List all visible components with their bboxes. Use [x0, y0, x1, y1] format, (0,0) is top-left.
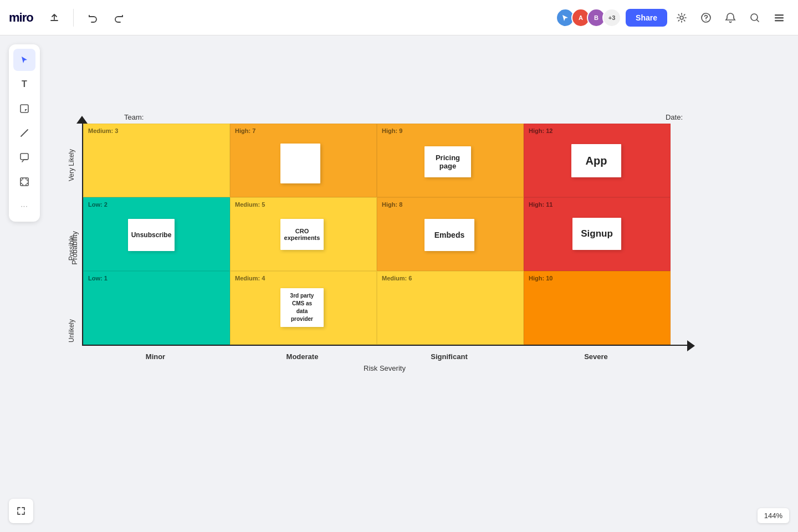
cell-r3c2-label: Medium: 4: [235, 275, 265, 282]
matrix-header: Team: Date:: [66, 113, 687, 121]
cell-r3c2: Medium: 4 3rd partyCMS asdataprovider: [230, 271, 377, 345]
x-label-significant: Significant: [376, 352, 523, 361]
cell-r1c4-label: High: 12: [529, 127, 553, 134]
svg-rect-6: [775, 20, 784, 22]
canvas: Team: Date: Probability Very Likely Poss…: [0, 35, 798, 532]
sticky-pricing-page[interactable]: Pricingpage: [424, 146, 471, 177]
share-button[interactable]: Share: [626, 9, 667, 27]
sticky-note-tool[interactable]: [13, 98, 35, 120]
avatar-more[interactable]: +3: [602, 8, 621, 27]
x-axis-labels: Minor Moderate Significant Severe: [82, 352, 687, 361]
frame-tool[interactable]: [13, 171, 35, 193]
cell-r1c3: High: 9 Pricingpage: [377, 124, 524, 197]
more-tools[interactable]: ···: [13, 195, 35, 217]
sticky-unsubscribe[interactable]: Unsubscribe: [128, 219, 175, 251]
cell-r3c4: High: 10: [524, 271, 671, 345]
sticky-signup[interactable]: Signup: [572, 218, 621, 250]
cell-r2c1: Low: 2 Unsubscribe: [83, 197, 230, 271]
cell-r2c4: High: 11 Signup: [524, 197, 671, 271]
board-list-button[interactable]: [769, 8, 789, 28]
topbar-divider: [73, 9, 74, 27]
cursor-tool[interactable]: [13, 49, 35, 71]
cell-r3c3-label: Medium: 6: [382, 275, 412, 282]
zoom-badge: 144%: [758, 508, 789, 523]
cell-r3c3: Medium: 6: [377, 271, 524, 345]
cell-r3c1-label: Low: 1: [88, 275, 108, 282]
topbar: miro A B +3 Share: [0, 0, 798, 35]
svg-line-8: [21, 130, 28, 136]
cell-r1c4: High: 12 App: [524, 124, 671, 197]
comment-tool[interactable]: [13, 146, 35, 168]
cell-r2c1-label: Low: 2: [88, 201, 108, 208]
sticky-app[interactable]: App: [571, 144, 621, 177]
customize-button[interactable]: [672, 8, 692, 28]
cell-r1c1: Medium: 3: [83, 124, 230, 197]
upload-button[interactable]: [44, 8, 64, 28]
cell-r1c2-label: High: 7: [235, 127, 255, 134]
sticky-embeds[interactable]: Embeds: [424, 219, 474, 251]
undo-button[interactable]: [83, 8, 103, 28]
text-tool[interactable]: T: [13, 73, 35, 95]
x-label-minor: Minor: [82, 352, 229, 361]
row-label-unlikely: Unlikely: [68, 319, 75, 342]
date-label: Date:: [666, 113, 683, 121]
svg-rect-5: [775, 17, 784, 19]
svg-rect-10: [21, 178, 28, 186]
line-tool[interactable]: [13, 122, 35, 144]
team-label: Team:: [124, 113, 144, 121]
cell-r1c2: High: 7: [230, 124, 377, 197]
sticky-r1c2[interactable]: [280, 144, 320, 183]
svg-rect-4: [775, 14, 784, 16]
cell-r1c1-label: Medium: 3: [88, 127, 118, 134]
expand-button[interactable]: [9, 499, 33, 523]
row-label-very-likely: Very Likely: [68, 149, 75, 181]
x-label-severe: Severe: [523, 352, 669, 361]
svg-point-2: [705, 19, 707, 21]
cell-r1c3-label: High: 9: [382, 127, 402, 134]
matrix-container: Probability Very Likely Possible Unlikel…: [66, 124, 687, 372]
x-label-moderate: Moderate: [229, 352, 376, 361]
x-axis-title: Risk Severity: [82, 364, 687, 372]
svg-rect-7: [21, 105, 28, 112]
matrix-wrapper: Team: Date: Probability Very Likely Poss…: [66, 113, 687, 372]
cell-r2c3: High: 8 Embeds: [377, 197, 524, 271]
notifications-button[interactable]: [720, 8, 740, 28]
cell-r3c4-label: High: 10: [529, 275, 553, 282]
cell-r2c2-label: Medium: 5: [235, 201, 265, 208]
topbar-right: A B +3 Share: [556, 8, 789, 28]
row-label-possible: Possible: [68, 236, 75, 260]
redo-button[interactable]: [109, 8, 129, 28]
cell-r2c4-label: High: 11: [529, 201, 553, 208]
miro-logo: miro: [9, 11, 33, 25]
svg-point-0: [680, 16, 683, 19]
help-button[interactable]: [696, 8, 716, 28]
svg-rect-9: [21, 154, 28, 160]
cell-r2c3-label: High: 8: [382, 201, 402, 208]
sticky-cro[interactable]: CROexperiments: [280, 219, 324, 250]
matrix-grid: Medium: 3 High: 7 High: 9 Pricingpage Hi: [82, 124, 687, 346]
cell-r2c2: Medium: 5 CROexperiments: [230, 197, 377, 271]
cell-r3c1: Low: 1: [83, 271, 230, 345]
sidebar: T ···: [9, 44, 40, 222]
search-button[interactable]: [745, 8, 765, 28]
avatar-group: A B +3: [556, 8, 621, 27]
sticky-cms[interactable]: 3rd partyCMS asdataprovider: [280, 288, 324, 327]
